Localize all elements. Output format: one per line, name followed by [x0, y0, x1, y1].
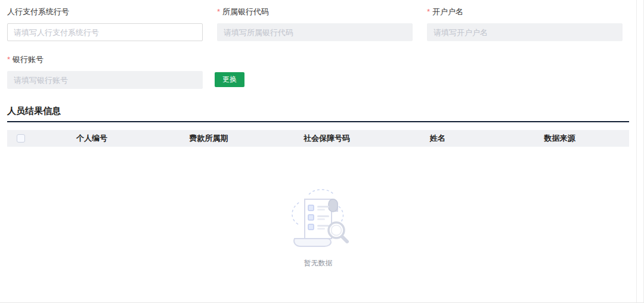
section-divider	[7, 121, 629, 122]
column-header-name: 姓名	[385, 133, 490, 144]
field-bank-code: *所属银行代码	[217, 6, 413, 41]
field-label-text: 银行账号	[13, 55, 44, 64]
column-header-fee-period: 费款所属期	[149, 133, 268, 144]
select-all-cell	[7, 134, 35, 143]
vertical-scrollbar[interactable]	[636, 0, 644, 303]
main-content: 人行支付系统行号 *所属银行代码 *开户户名 *银行账号	[7, 0, 629, 268]
column-header-data-source: 数据来源	[490, 133, 629, 144]
bank-code-input[interactable]	[217, 23, 413, 41]
column-header-social-security-no: 社会保障号码	[268, 133, 385, 144]
field-bank-account-no: *银行账号	[7, 54, 203, 89]
field-label-text: 所属银行代码	[222, 7, 269, 16]
section-title-personnel-results: 人员结果信息	[7, 105, 629, 117]
select-all-checkbox[interactable]	[17, 134, 25, 143]
page: 人行支付系统行号 *所属银行代码 *开户户名 *银行账号	[0, 0, 644, 303]
empty-text: 暂无数据	[304, 258, 333, 268]
pbc-payment-system-no-input[interactable]	[7, 23, 203, 41]
account-holder-name-input[interactable]	[427, 23, 623, 41]
field-pbc-payment-system-no: 人行支付系统行号	[7, 6, 203, 41]
required-asterisk: *	[7, 55, 10, 64]
required-asterisk: *	[427, 7, 430, 16]
empty-document-search-icon	[285, 187, 352, 248]
field-label: *银行账号	[7, 54, 203, 66]
field-label-text: 人行支付系统行号	[7, 7, 69, 16]
field-account-holder-name: *开户户名	[427, 6, 623, 41]
field-label-text: 开户户名	[432, 7, 463, 16]
field-label: 人行支付系统行号	[7, 6, 203, 18]
field-label: *开户户名	[427, 6, 623, 18]
form-row-2: *银行账号 更换	[7, 54, 629, 89]
bank-account-no-input[interactable]	[7, 71, 203, 89]
column-header-personal-id: 个人编号	[35, 133, 149, 144]
change-button[interactable]: 更换	[215, 72, 244, 87]
table-empty-state: 暂无数据	[7, 147, 629, 268]
form-row-1: 人行支付系统行号 *所属银行代码 *开户户名	[7, 6, 623, 41]
field-label: *所属银行代码	[217, 6, 413, 18]
required-asterisk: *	[217, 7, 220, 16]
personnel-results-table-header: 个人编号 费款所属期 社会保障号码 姓名 数据来源	[7, 130, 629, 147]
